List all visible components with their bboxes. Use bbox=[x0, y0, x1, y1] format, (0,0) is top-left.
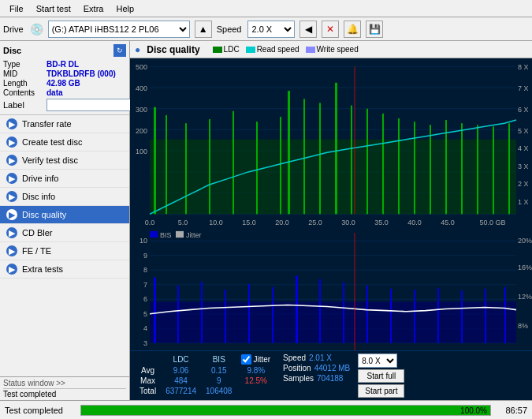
disc-refresh-button[interactable]: ↻ bbox=[113, 44, 126, 57]
svg-text:25.0: 25.0 bbox=[308, 219, 322, 226]
speed-value: 2.01 X bbox=[309, 354, 332, 362]
content-area: ● Disc quality LDC Read speed Write spee… bbox=[130, 41, 532, 400]
svg-text:500: 500 bbox=[136, 63, 147, 71]
position-value: 44012 MB bbox=[314, 364, 351, 372]
total-bis: 106408 bbox=[201, 386, 236, 396]
svg-text:40.0: 40.0 bbox=[407, 219, 421, 226]
svg-rect-95 bbox=[414, 290, 415, 343]
svg-text:16%: 16% bbox=[518, 264, 532, 271]
nav-item-drive-info[interactable]: ▶ Drive info bbox=[0, 170, 129, 188]
svg-text:2 X: 2 X bbox=[518, 180, 528, 188]
nav-label-extra-tests: Extra tests bbox=[22, 264, 63, 274]
disc-length-label: Length bbox=[3, 79, 47, 88]
disc-title: Disc bbox=[3, 46, 21, 55]
nav-item-create-test-disc[interactable]: ▶ Create test disc bbox=[0, 133, 129, 152]
svg-text:6 X: 6 X bbox=[518, 106, 528, 114]
nav-label-drive-info: Drive info bbox=[22, 174, 58, 183]
menu-extra[interactable]: Extra bbox=[77, 2, 110, 15]
disc-panel: Disc ↻ Type BD-R DL MID TDKBLDRFB (000) … bbox=[0, 41, 129, 115]
jitter-checkbox[interactable] bbox=[241, 354, 251, 365]
total-jitter bbox=[236, 386, 275, 396]
svg-text:8: 8 bbox=[143, 266, 147, 274]
svg-text:8%: 8% bbox=[518, 322, 528, 330]
speed-select[interactable]: 2.0 X bbox=[247, 21, 295, 38]
save-button[interactable]: 💾 bbox=[366, 21, 383, 38]
nav-item-fe-te[interactable]: ▶ FE / TE bbox=[0, 242, 129, 260]
nav-item-extra-tests[interactable]: ▶ Extra tests bbox=[0, 260, 129, 279]
svg-text:20.0: 20.0 bbox=[275, 219, 288, 226]
menu-help[interactable]: Help bbox=[110, 2, 140, 15]
start-part-button[interactable]: Start part bbox=[358, 384, 404, 398]
legend-write-speed-label: Write speed bbox=[317, 45, 359, 54]
avg-ldc: 9.06 bbox=[161, 365, 201, 376]
svg-text:9: 9 bbox=[143, 252, 147, 260]
nav-item-disc-info[interactable]: ▶ Disc info bbox=[0, 188, 129, 206]
sidebar: Disc ↻ Type BD-R DL MID TDKBLDRFB (000) … bbox=[0, 41, 130, 400]
total-ldc: 6377214 bbox=[161, 386, 201, 396]
nav-item-disc-quality[interactable]: ▶ Disc quality bbox=[0, 206, 129, 224]
svg-rect-58 bbox=[176, 231, 184, 238]
svg-text:6: 6 bbox=[143, 295, 147, 303]
svg-rect-32 bbox=[335, 83, 337, 214]
nav-item-cd-bler[interactable]: ▶ CD Bler bbox=[0, 224, 129, 242]
svg-rect-89 bbox=[272, 287, 273, 343]
nav-item-transfer-rate[interactable]: ▶ Transfer rate bbox=[0, 115, 129, 133]
nav-item-verify-test-disc[interactable]: ▶ Verify test disc bbox=[0, 152, 129, 170]
svg-rect-87 bbox=[225, 290, 226, 343]
drive-select[interactable]: (G:) ATAPI iHBS112 2 PL06 bbox=[48, 21, 190, 38]
svg-rect-24 bbox=[185, 123, 187, 214]
create-test-disc-icon: ▶ bbox=[6, 137, 17, 148]
nav-label-disc-quality: Disc quality bbox=[22, 210, 66, 219]
progress-text: 100.0% bbox=[460, 406, 487, 417]
eject-button[interactable]: ▲ bbox=[195, 21, 212, 38]
nav-left-button[interactable]: ◀ bbox=[299, 21, 317, 38]
menu-file[interactable]: File bbox=[3, 2, 30, 15]
disc-mid-label: MID bbox=[3, 69, 47, 78]
start-full-button[interactable]: Start full bbox=[358, 369, 404, 383]
svg-text:3 X: 3 X bbox=[518, 163, 528, 170]
svg-rect-35 bbox=[382, 114, 384, 214]
toolbar: Drive 💿 (G:) ATAPI iHBS112 2 PL06 ▲ Spee… bbox=[0, 17, 532, 41]
svg-rect-93 bbox=[366, 286, 368, 343]
stats-table: LDC BIS Jitter Avg 9.06 0.15 9.8% bbox=[135, 354, 275, 396]
svg-rect-94 bbox=[390, 289, 392, 343]
charts-container: 500 400 300 200 100 8 X 7 X 6 X 5 X 4 X … bbox=[130, 58, 532, 350]
disc-quality-icon: ▶ bbox=[6, 209, 17, 220]
svg-rect-84 bbox=[154, 278, 156, 343]
legend-write-speed: Write speed bbox=[306, 45, 359, 54]
svg-text:4: 4 bbox=[143, 324, 147, 332]
svg-text:3: 3 bbox=[143, 339, 147, 347]
legend-read-speed: Read speed bbox=[246, 45, 299, 54]
svg-text:100: 100 bbox=[136, 148, 147, 155]
max-label: Max bbox=[135, 376, 161, 386]
svg-text:4 X: 4 X bbox=[518, 144, 528, 152]
status-window-label[interactable]: Status window >> bbox=[3, 379, 126, 389]
progress-bar-container: 100.0% bbox=[80, 405, 491, 416]
avg-label: Avg bbox=[135, 365, 161, 376]
svg-rect-25 bbox=[209, 119, 210, 214]
svg-rect-99 bbox=[504, 287, 506, 343]
nav-label-cd-bler: CD Bler bbox=[22, 228, 53, 238]
progress-bar-fill bbox=[81, 406, 490, 415]
drive-label: Drive bbox=[3, 24, 24, 34]
svg-text:0.0: 0.0 bbox=[145, 219, 154, 226]
menu-start-test[interactable]: Start test bbox=[30, 2, 77, 15]
menubar: File Start test Extra Help bbox=[0, 0, 532, 17]
svg-text:1 X: 1 X bbox=[518, 198, 528, 206]
nav-items: ▶ Transfer rate ▶ Create test disc ▶ Ver… bbox=[0, 115, 129, 376]
svg-text:35.0: 35.0 bbox=[374, 219, 388, 226]
info-button[interactable]: 🔔 bbox=[344, 21, 361, 38]
chart-title: Disc quality bbox=[147, 44, 199, 55]
quality-speed-select[interactable]: 8.0 X bbox=[358, 354, 397, 368]
avg-bis: 0.15 bbox=[201, 365, 236, 376]
jitter-checkbox-label: Jitter bbox=[241, 354, 270, 365]
time-display: 86:57 bbox=[496, 406, 527, 415]
status-area: Status window >> Test completed bbox=[0, 376, 129, 400]
total-label: Total bbox=[135, 386, 161, 396]
drive-icon: 💿 bbox=[30, 23, 43, 36]
svg-text:5: 5 bbox=[143, 310, 147, 318]
svg-rect-27 bbox=[256, 122, 258, 214]
samples-value: 704188 bbox=[317, 374, 343, 383]
erase-button[interactable]: ✕ bbox=[322, 21, 339, 38]
svg-text:BIS: BIS bbox=[160, 231, 171, 239]
